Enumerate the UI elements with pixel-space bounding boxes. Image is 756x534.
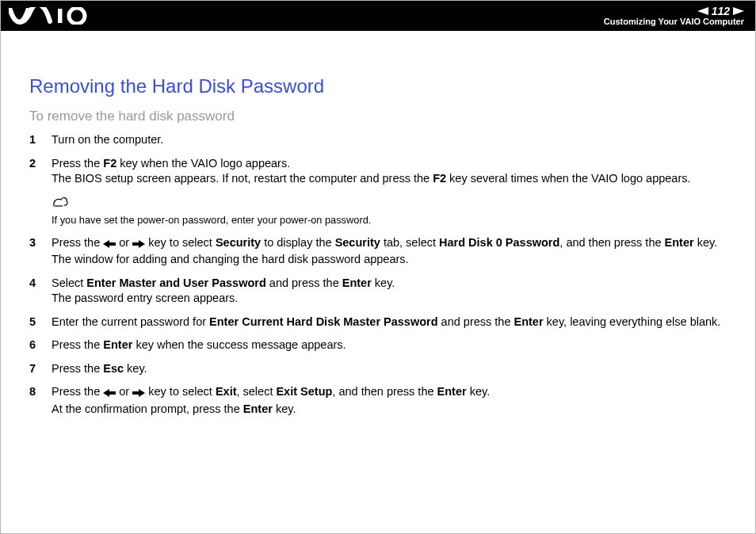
step-text: or <box>116 385 132 398</box>
step-text: , and then press the <box>559 236 664 249</box>
header-meta: 112 Customizing Your VAIO Computer <box>604 6 744 26</box>
note-icon <box>52 195 69 212</box>
step-text: key. <box>694 236 718 249</box>
step-text: Select <box>52 277 86 289</box>
bold-text: Enter <box>665 236 694 249</box>
step-number: 4 <box>29 276 52 292</box>
left-arrow-icon <box>103 237 116 253</box>
header-bar: 112 Customizing Your VAIO Computer <box>1 1 755 31</box>
bold-text: Enter Current Hard Disk Master Password <box>209 315 437 328</box>
step: 7Press the Esc key. <box>29 361 727 377</box>
step: 3Press the or key to select Security to … <box>29 235 727 268</box>
step-text: Turn on the computer. <box>52 133 163 146</box>
step-body: Press the Esc key. <box>52 361 727 377</box>
svg-marker-5 <box>132 240 145 248</box>
step-text: tab, select <box>380 236 439 249</box>
step: 1Turn on the computer. <box>29 132 727 148</box>
step-text: The BIOS setup screen appears. If not, r… <box>52 172 433 185</box>
step-text: key. <box>467 385 491 398</box>
step-text: At the confirmation prompt, press the <box>52 402 243 415</box>
step-text: key to select <box>145 385 216 398</box>
bold-text: Enter <box>103 338 132 351</box>
svg-rect-0 <box>58 9 63 23</box>
svg-marker-4 <box>103 240 116 248</box>
bold-text: Security <box>216 236 261 249</box>
step-body: Press the or key to select Exit, select … <box>52 384 727 417</box>
page-number-row: 112 <box>697 6 744 17</box>
vaio-logo <box>9 7 91 25</box>
svg-marker-3 <box>733 7 744 15</box>
step: 8Press the or key to select Exit, select… <box>29 384 727 417</box>
svg-marker-6 <box>103 389 116 397</box>
step-text: key. <box>124 362 147 375</box>
step-number: 8 <box>29 384 52 400</box>
step-number: 6 <box>29 338 52 353</box>
step-text: Enter the current password for <box>52 315 209 328</box>
note: If you have set the power-on password, e… <box>52 195 727 227</box>
step-body: Turn on the computer. <box>52 132 727 148</box>
note-text: If you have set the power-on password, e… <box>52 213 727 227</box>
step-body: Press the F2 key when the VAIO logo appe… <box>52 156 727 227</box>
page-title: Removing the Hard Disk Password <box>29 75 727 97</box>
step-text: , select <box>236 385 276 398</box>
step-body: Press the Enter key when the success mes… <box>52 338 727 353</box>
bold-text: Enter <box>243 402 273 415</box>
bold-text: Security <box>335 236 380 249</box>
step-text: key. <box>372 277 395 289</box>
bold-text: F2 <box>433 172 446 185</box>
step-text: , and then press the <box>332 385 437 398</box>
bold-text: Enter <box>514 315 543 328</box>
right-arrow-icon <box>132 386 145 402</box>
bold-text: F2 <box>103 157 116 170</box>
step-number: 3 <box>29 235 52 251</box>
bold-text: Exit <box>216 385 237 398</box>
right-arrow-icon <box>132 237 145 253</box>
step-number: 5 <box>29 315 52 330</box>
step-text: Press the <box>52 362 103 375</box>
page-container: 112 Customizing Your VAIO Computer Remov… <box>0 0 756 534</box>
svg-point-1 <box>69 8 85 24</box>
bold-text: Enter Master and User Password <box>86 277 265 289</box>
step-text: key, leaving everything else blank. <box>544 315 721 328</box>
step-text: and press the <box>266 277 342 289</box>
step-text: and press the <box>438 315 514 328</box>
step-text: Press the <box>52 385 103 398</box>
step-body: Press the or key to select Security to d… <box>52 235 727 268</box>
step-text: key when the VAIO logo appears. <box>116 157 290 170</box>
step-body: Enter the current password for Enter Cur… <box>52 315 727 330</box>
step: 5Enter the current password for Enter Cu… <box>29 315 727 330</box>
page-number: 112 <box>712 6 730 17</box>
step-text: key when the success message appears. <box>132 338 346 351</box>
step: 4Select Enter Master and User Password a… <box>29 276 727 307</box>
step: 6Press the Enter key when the success me… <box>29 338 727 353</box>
step-text: to display the <box>261 236 335 249</box>
step-text: or <box>116 236 132 249</box>
step-text: Press the <box>52 236 103 249</box>
main-content: Removing the Hard Disk Password To remov… <box>1 31 755 418</box>
bold-text: Exit Setup <box>276 385 332 398</box>
step-text: key to select <box>145 236 216 249</box>
page-subtitle: To remove the hard disk password <box>29 109 727 124</box>
bold-text: Enter <box>437 385 467 398</box>
bold-text: Enter <box>342 277 372 289</box>
left-arrow-icon <box>103 386 116 402</box>
steps-list: 1Turn on the computer.2Press the F2 key … <box>29 132 727 418</box>
step: 2Press the F2 key when the VAIO logo app… <box>29 156 727 227</box>
bold-text: Hard Disk 0 Password <box>439 236 559 249</box>
svg-marker-7 <box>132 389 145 397</box>
svg-marker-2 <box>697 7 708 15</box>
step-number: 2 <box>29 156 52 172</box>
step-number: 7 <box>29 361 52 377</box>
step-text: The window for adding and changing the h… <box>52 253 409 265</box>
step-text: Press the <box>52 338 103 351</box>
section-title: Customizing Your VAIO Computer <box>604 17 744 26</box>
bold-text: Esc <box>103 362 124 375</box>
step-text: key. <box>273 402 296 415</box>
step-text: The password entry screen appears. <box>52 292 238 304</box>
step-number: 1 <box>29 132 52 148</box>
next-page-arrow-icon[interactable] <box>733 7 744 15</box>
step-body: Select Enter Master and User Password an… <box>52 276 727 307</box>
step-text: Press the <box>52 157 103 170</box>
prev-page-arrow-icon[interactable] <box>697 7 708 15</box>
step-text: key several times when the VAIO logo app… <box>446 172 690 185</box>
